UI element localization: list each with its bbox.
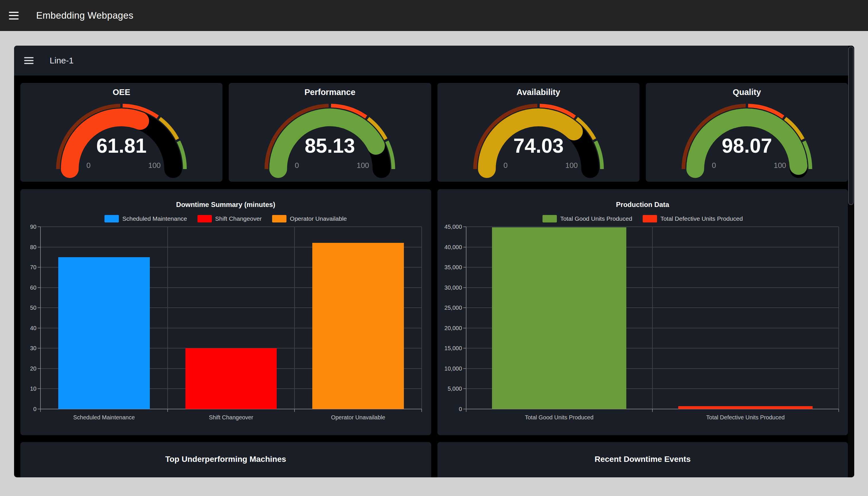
gauge-card-quality: Quality 98.070100: [646, 83, 848, 182]
y-axis-tick-label: 35,000: [437, 263, 462, 271]
gauge-max-label: 100: [565, 161, 577, 170]
production-data-plot: 05,00010,00015,00020,00025,00030,00035,0…: [437, 189, 848, 435]
x-axis-category-label: Operator Unavailable: [294, 414, 422, 421]
y-axis-tick-label: 5,000: [437, 385, 462, 393]
x-axis-tick: [466, 409, 466, 412]
y-axis-tick-label: 0: [437, 405, 462, 413]
y-axis-tick-label: 0: [20, 405, 36, 413]
x-axis-category-label: Shift Changeover: [168, 414, 295, 421]
gauge-min-label: 0: [87, 161, 90, 170]
performance-gauge: 85.130100: [229, 83, 431, 182]
quality-gauge: 98.070100: [646, 83, 848, 182]
gridline-x: [421, 227, 422, 409]
bar: [58, 257, 150, 409]
gauge-min-label: 0: [712, 161, 716, 170]
y-axis-tick-label: 15,000: [437, 344, 462, 352]
gauge-min-label: 0: [295, 161, 299, 170]
y-axis-tick-label: 30: [20, 344, 36, 352]
oee-gauge: 61.810100: [20, 83, 222, 182]
y-axis-tick-label: 10,000: [437, 365, 462, 373]
gridline-x: [294, 227, 295, 409]
y-axis-line: [466, 227, 466, 409]
availability-gauge: 74.030100: [437, 83, 639, 182]
y-axis-tick-label: 30,000: [437, 283, 462, 292]
gridline-x: [652, 227, 653, 409]
y-axis-tick-label: 40: [20, 324, 36, 332]
app-menu-icon[interactable]: [9, 12, 19, 19]
x-axis-tick: [167, 409, 168, 412]
gauge-min-label: 0: [503, 161, 507, 170]
y-axis-tick-label: 10: [20, 385, 36, 393]
downtime-summary-plot: 0102030405060708090Scheduled Maintenance…: [20, 189, 431, 435]
y-axis-tick-label: 40,000: [437, 243, 462, 251]
x-axis-tick: [838, 409, 839, 412]
x-axis-tick: [40, 409, 41, 412]
dashboard-menu-icon[interactable]: [24, 57, 34, 64]
gauge-card-availability: Availability 74.030100: [437, 83, 639, 182]
embedded-dashboard-panel: Line-1 OEE 61.810100 Performance 85.1301…: [14, 46, 854, 477]
bottom-row: Top Underperforming Machines Recent Down…: [20, 442, 848, 477]
x-axis-tick: [421, 409, 422, 412]
gauge-max-label: 100: [148, 161, 160, 170]
x-axis-category-label: Total Defective Units Produced: [652, 414, 839, 421]
panel-scrollbar-thumb[interactable]: [848, 46, 854, 205]
gauge-card-performance: Performance 85.130100: [229, 83, 431, 182]
chart-row: Downtime Summary (minutes) Scheduled Mai…: [20, 189, 848, 435]
panel-scrollbar-track[interactable]: [848, 46, 854, 477]
recent-downtime-events-card: Recent Downtime Events: [437, 442, 848, 477]
gauge-card-oee: OEE 61.810100: [20, 83, 222, 182]
y-axis-tick-label: 80: [20, 243, 36, 251]
bar: [312, 243, 404, 409]
gauge-max-label: 100: [774, 161, 786, 170]
gauge-value: 74.03: [513, 135, 563, 157]
downtime-summary-card: Downtime Summary (minutes) Scheduled Mai…: [20, 189, 431, 435]
gauge-value: 61.81: [96, 135, 147, 157]
y-axis-tick-label: 25,000: [437, 304, 462, 312]
bar: [185, 348, 277, 409]
x-axis-tick: [294, 409, 295, 412]
gridline-y: [41, 227, 422, 227]
top-underperforming-machines-card: Top Underperforming Machines: [20, 442, 431, 477]
gauge-value: 98.07: [722, 135, 772, 157]
gauge-row: OEE 61.810100 Performance 85.130100 Avai…: [20, 83, 848, 182]
y-axis-tick-label: 20,000: [437, 324, 462, 332]
app-bar: Embedding Webpages: [0, 0, 868, 31]
app-title: Embedding Webpages: [36, 10, 134, 21]
x-axis-category-label: Scheduled Maintenance: [41, 414, 168, 421]
x-axis-tick: [652, 409, 653, 412]
y-axis-tick-label: 70: [20, 263, 36, 271]
x-axis-category-label: Total Good Units Produced: [466, 414, 652, 421]
dashboard-header: Line-1: [14, 46, 854, 76]
gauge-max-label: 100: [357, 161, 369, 170]
section-title: Recent Downtime Events: [437, 455, 848, 464]
gauge-value: 85.13: [305, 135, 355, 157]
dashboard-title: Line-1: [50, 56, 74, 65]
y-axis-tick-label: 45,000: [437, 223, 462, 231]
y-axis-line: [40, 227, 41, 409]
y-axis-tick-label: 50: [20, 304, 36, 312]
y-axis-tick-label: 90: [20, 223, 36, 231]
bar: [492, 227, 626, 409]
bar: [678, 406, 812, 409]
gridline-x: [838, 227, 839, 409]
gridline-x: [167, 227, 168, 409]
section-title: Top Underperforming Machines: [20, 455, 431, 464]
y-axis-tick-label: 60: [20, 283, 36, 292]
production-data-card: Production Data Total Good Units Produce…: [437, 189, 848, 435]
y-axis-tick-label: 20: [20, 365, 36, 373]
